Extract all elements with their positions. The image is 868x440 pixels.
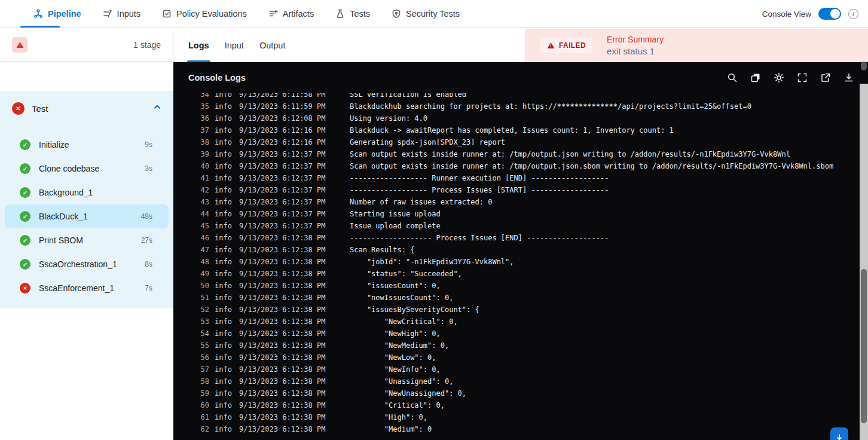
log-message: Using version: 4.0 <box>350 112 860 124</box>
log-line-number: 45 <box>198 220 209 232</box>
tab-label: Pipeline <box>48 9 81 19</box>
log-message: "NewInfo": 0, <box>350 363 860 375</box>
log-message: "NewCritical": 0, <box>350 316 860 328</box>
stage-status-failed-icon <box>12 102 25 115</box>
tab-output[interactable]: Output <box>259 29 286 62</box>
log-timestamp: 9/13/2023 6:12:16 PM <box>239 124 326 136</box>
log-timestamp: 9/13/2023 6:12:38 PM <box>239 423 326 435</box>
open-in-new-window-icon[interactable] <box>820 72 831 83</box>
log-line: 43 info 9/13/2023 6:12:37 PM Number of r… <box>173 196 860 208</box>
copy-icon[interactable] <box>750 72 761 83</box>
settings-gear-icon[interactable] <box>774 72 784 83</box>
scrollbar-track[interactable] <box>860 84 868 440</box>
log-message: "Critical": 0, <box>350 399 860 411</box>
scrollbar-thumb[interactable] <box>861 269 867 423</box>
log-line-number: 59 <box>198 387 209 399</box>
log-viewport: 34 info 9/13/2023 6:11:58 PM SSL verific… <box>173 93 860 440</box>
log-timestamp: 9/13/2023 6:12:16 PM <box>239 136 326 148</box>
step-row[interactable]: SscaEnforcement_1 7s <box>5 276 169 300</box>
log-line-number: 38 <box>198 136 209 148</box>
log-message: Blackduck -> awaitReport has completed, … <box>350 124 860 136</box>
log-line: 54 info 9/13/2023 6:12:38 PM "NewHigh": … <box>173 328 860 340</box>
console-header: Console Logs <box>173 62 868 93</box>
step-row[interactable]: SscaOrchestration_1 8s <box>5 252 169 276</box>
log-timestamp: 9/13/2023 6:12:38 PM <box>239 328 326 340</box>
log-level: info <box>215 160 233 172</box>
log-message: "NewHigh": 0, <box>350 328 860 340</box>
log-timestamp: 9/13/2023 6:12:37 PM <box>239 172 326 184</box>
error-summary-title: Error Summary <box>607 35 664 44</box>
log-line: 61 info 9/13/2023 6:12:38 PM "High": 0, <box>173 411 860 423</box>
log-line-number: 37 <box>198 124 209 136</box>
step-row[interactable]: Print SBOM 27s <box>5 228 169 252</box>
tab-artifacts[interactable]: Artifacts <box>268 0 314 28</box>
log-line: 50 info 9/13/2023 6:12:38 PM "issuesCoun… <box>173 280 860 292</box>
step-row[interactable]: Background_1 <box>5 181 169 204</box>
log-level: info <box>215 124 233 136</box>
step-duration: 48s <box>141 212 152 221</box>
step-name: Print SBOM <box>39 236 83 245</box>
tests-icon <box>335 9 345 19</box>
log-line-number: 57 <box>198 363 209 375</box>
step-row[interactable]: Clone codebase 3s <box>5 157 169 181</box>
log-level: info <box>215 136 233 148</box>
log-line: 56 info 9/13/2023 6:12:38 PM "NewLow": 0… <box>173 352 860 363</box>
log-line: 34 info 9/13/2023 6:11:58 PM SSL verific… <box>173 93 860 100</box>
log-message: "NewMedium": 0, <box>350 340 860 352</box>
log-line-number: 48 <box>198 256 209 268</box>
step-status-icon <box>20 163 30 174</box>
log-line: 62 info 9/13/2023 6:12:38 PM "Medium": 0 <box>173 423 860 435</box>
tab-inputs[interactable]: Inputs <box>103 0 141 28</box>
stage-header-test[interactable]: Test <box>0 91 173 126</box>
log-timestamp: 9/13/2023 6:12:38 PM <box>239 399 326 411</box>
warning-triangle-icon <box>12 37 27 53</box>
log-timestamp: 9/13/2023 6:12:37 PM <box>239 196 326 208</box>
chevron-up-icon[interactable] <box>153 103 161 114</box>
tab-tests[interactable]: Tests <box>335 0 370 28</box>
step-detail-header: Logs Input Output FAILED Error Summary e… <box>173 29 868 62</box>
log-timestamp: 9/13/2023 6:12:38 PM <box>239 363 326 375</box>
info-icon[interactable]: i <box>848 9 858 19</box>
log-level: info <box>215 208 233 220</box>
download-icon[interactable] <box>843 72 854 83</box>
failed-status-badge: FAILED <box>540 38 592 53</box>
log-line: 42 info 9/13/2023 6:12:37 PM -----------… <box>173 184 860 196</box>
log-message: "NewLow": 0, <box>350 352 860 363</box>
console-actions <box>727 72 854 83</box>
log-line-number: 61 <box>198 411 209 423</box>
error-text: Error Summary exit status 1 <box>607 35 664 56</box>
log-level: info <box>215 100 233 112</box>
log-line: 40 info 9/13/2023 6:12:37 PM Scan output… <box>173 160 860 172</box>
console-view-toggle[interactable] <box>818 8 841 20</box>
fullscreen-icon[interactable] <box>797 72 808 83</box>
log-message: "jobId": "-n1FkEpdiw3Y7G-Vvk8Wnl", <box>350 256 860 268</box>
log-level: info <box>215 292 233 304</box>
step-row[interactable]: BlackDuck_1 48s <box>5 204 169 228</box>
log-timestamp: 9/13/2023 6:12:37 PM <box>239 184 326 196</box>
log-line-number: 56 <box>198 352 209 363</box>
tab-policy-evaluations[interactable]: Policy Evaluations <box>162 0 247 28</box>
search-icon[interactable] <box>727 72 738 83</box>
log-line: 55 info 9/13/2023 6:12:38 PM "NewMedium"… <box>173 340 860 352</box>
log-line: 49 info 9/13/2023 6:12:38 PM "status": "… <box>173 268 860 280</box>
log-message: Starting issue upload <box>350 208 860 220</box>
tab-logs[interactable]: Logs <box>188 29 209 62</box>
pipeline-execution-page: Pipeline Inputs Policy Evaluations Artif… <box>0 0 868 440</box>
tab-label: Security Tests <box>406 9 460 19</box>
log-stream: 34 info 9/13/2023 6:11:58 PM SSL verific… <box>173 93 860 435</box>
log-message: Scan Results: { <box>350 244 860 256</box>
scroll-to-bottom-button[interactable] <box>830 427 848 440</box>
log-message: Issue upload complete <box>350 220 860 232</box>
log-line-number: 52 <box>198 304 209 316</box>
log-message: SSL verification is enabled <box>350 93 860 100</box>
tab-security-tests[interactable]: Security Tests <box>392 0 460 28</box>
policy-evaluations-icon <box>162 9 172 19</box>
step-duration: 9s <box>145 140 152 149</box>
step-row[interactable]: Initialize 9s <box>5 133 169 157</box>
log-message: Number of raw issues extracted: 0 <box>350 196 860 208</box>
tab-pipeline[interactable]: Pipeline <box>33 0 81 28</box>
log-message: ------------------ Runner execution [END… <box>350 172 860 184</box>
log-level: info <box>215 184 233 196</box>
log-line-number: 42 <box>198 184 209 196</box>
tab-input[interactable]: Input <box>225 29 244 62</box>
